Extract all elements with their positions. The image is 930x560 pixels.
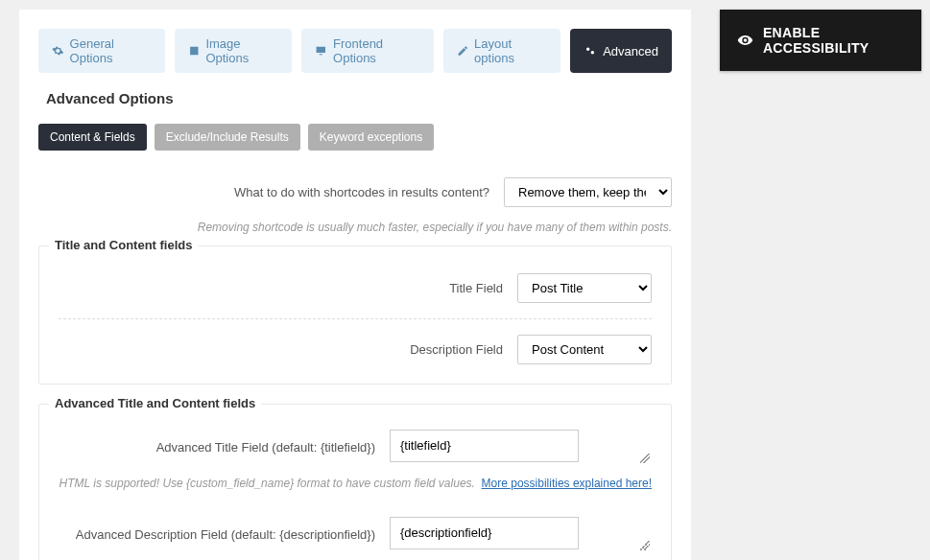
advanced-legend: Advanced Title and Content fields — [49, 396, 261, 410]
shortcode-help: Removing shortcode is usually much faste… — [38, 221, 672, 234]
cogs-icon — [584, 44, 597, 58]
advanced-fieldset: Advanced Title and Content fields Advanc… — [38, 404, 672, 560]
adv-help-text: HTML is supported! Use {custom_field_nam… — [60, 477, 475, 490]
adv-title-label: Advanced Title Field (default: {titlefie… — [59, 440, 375, 455]
settings-panel: General Options Image Options Frontend O… — [19, 10, 691, 560]
tabs-row: General Options Image Options Frontend O… — [38, 29, 672, 73]
adv-title-help: HTML is supported! Use {custom_field_nam… — [59, 477, 652, 490]
description-field-row: Description Field Post Content — [59, 325, 652, 374]
tab-advanced[interactable]: Advanced — [570, 29, 672, 73]
eye-icon — [737, 31, 753, 50]
title-field-row: Title Field Post Title — [59, 264, 652, 313]
shortcode-select[interactable]: Remove them, keep the content — [504, 177, 672, 207]
monitor-icon — [315, 44, 327, 58]
adv-title-textarea[interactable] — [390, 430, 579, 462]
accessibility-label: ENABLE ACCESSIBILITY — [763, 25, 904, 56]
separator — [59, 318, 652, 319]
tab-label: Advanced — [603, 44, 658, 58]
adv-desc-textarea[interactable] — [390, 517, 579, 549]
adv-help-link[interactable]: More possibilities explained here! — [482, 477, 652, 490]
tab-label: General Options — [70, 36, 152, 65]
enable-accessibility-button[interactable]: ENABLE ACCESSIBILITY — [720, 10, 921, 71]
tab-general-options[interactable]: General Options — [38, 29, 165, 73]
title-field-label: Title Field — [449, 281, 503, 295]
shortcode-label: What to do with shortcodes in results co… — [234, 185, 489, 199]
tab-frontend-options[interactable]: Frontend Options — [301, 29, 433, 73]
subtab-keyword-exceptions[interactable]: Keyword exceptions — [308, 124, 434, 151]
pencil-icon — [457, 44, 469, 58]
tab-label: Frontend Options — [333, 36, 419, 65]
title-field-select[interactable]: Post Title — [517, 273, 652, 303]
title-content-legend: Title and Content fields — [49, 238, 199, 252]
tab-label: Image Options — [205, 36, 278, 65]
subtab-exclude-include[interactable]: Exclude/Include Results — [155, 124, 300, 151]
adv-desc-label: Advanced Description Field (default: {de… — [59, 527, 375, 542]
tab-label: Layout options — [474, 36, 547, 65]
description-field-select[interactable]: Post Content — [517, 335, 652, 364]
title-content-fieldset: Title and Content fields Title Field Pos… — [38, 245, 672, 385]
tab-image-options[interactable]: Image Options — [175, 29, 293, 73]
sub-tabs-row: Content & Fields Exclude/Include Results… — [38, 124, 672, 151]
adv-title-row: Advanced Title Field (default: {titlefie… — [59, 422, 652, 467]
tab-layout-options[interactable]: Layout options — [443, 29, 561, 73]
subtab-content-fields[interactable]: Content & Fields — [38, 124, 147, 151]
section-title: Advanced Options — [46, 90, 672, 106]
image-icon — [188, 44, 201, 58]
gear-icon — [52, 44, 64, 58]
shortcode-row: What to do with shortcodes in results co… — [38, 168, 672, 217]
adv-desc-row: Advanced Description Field (default: {de… — [59, 509, 652, 554]
description-field-label: Description Field — [410, 342, 503, 357]
